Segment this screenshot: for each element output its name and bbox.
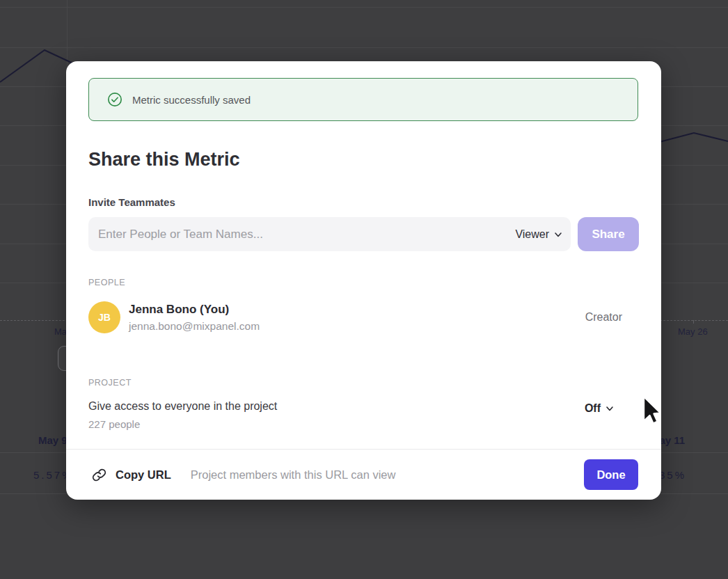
share-button[interactable]: Share xyxy=(578,217,639,251)
success-banner: Metric successfully saved xyxy=(88,78,638,121)
chevron-down-icon xyxy=(606,404,614,413)
person-row: JB Jenna Bono (You) jenna.bono@mixpanel.… xyxy=(88,301,639,333)
people-section-label: PEOPLE xyxy=(88,278,125,287)
person-meta: Jenna Bono (You) jenna.bono@mixpanel.com xyxy=(129,303,260,333)
person-email: jenna.bono@mixpanel.com xyxy=(129,320,260,333)
check-circle-icon xyxy=(107,92,122,107)
project-access-row: Give access to everyone in the project 2… xyxy=(88,400,639,430)
role-dropdown[interactable]: Viewer xyxy=(515,217,562,251)
success-banner-message: Metric successfully saved xyxy=(132,94,251,106)
person-name: Jenna Bono (You) xyxy=(129,303,260,317)
chevron-down-icon xyxy=(554,230,562,239)
project-access-value: Off xyxy=(585,402,601,415)
table-value-right: 35% xyxy=(659,469,686,481)
copy-url-hint: Project members with this URL can view xyxy=(191,468,396,482)
person-role-badge: Creator xyxy=(585,311,622,324)
invite-teammates-label: Invite Teammates xyxy=(88,196,175,208)
dialog-title: Share this Metric xyxy=(88,149,240,170)
done-button[interactable]: Done xyxy=(584,459,638,490)
project-access-dropdown[interactable]: Off xyxy=(585,402,614,415)
invite-people-input[interactable] xyxy=(88,217,571,251)
mouse-cursor xyxy=(638,394,661,429)
project-member-count: 227 people xyxy=(88,418,639,430)
dialog-footer: Copy URL Project members with this URL c… xyxy=(66,449,661,500)
project-access-title: Give access to everyone in the project xyxy=(88,400,639,413)
copy-url-button[interactable]: Copy URL xyxy=(116,468,171,482)
avatar: JB xyxy=(88,301,120,333)
table-date-left: May 9 xyxy=(38,434,68,446)
project-section-label: PROJECT xyxy=(88,378,132,388)
chart-axis-tick xyxy=(693,320,694,324)
link-icon xyxy=(92,468,106,482)
x-axis-label-right: May 26 xyxy=(678,326,708,337)
share-metric-dialog: Metric successfully saved Share this Met… xyxy=(66,61,661,500)
role-dropdown-value: Viewer xyxy=(515,228,549,241)
invite-row: Viewer Share xyxy=(88,217,639,251)
invite-input-container: Viewer xyxy=(88,217,571,251)
